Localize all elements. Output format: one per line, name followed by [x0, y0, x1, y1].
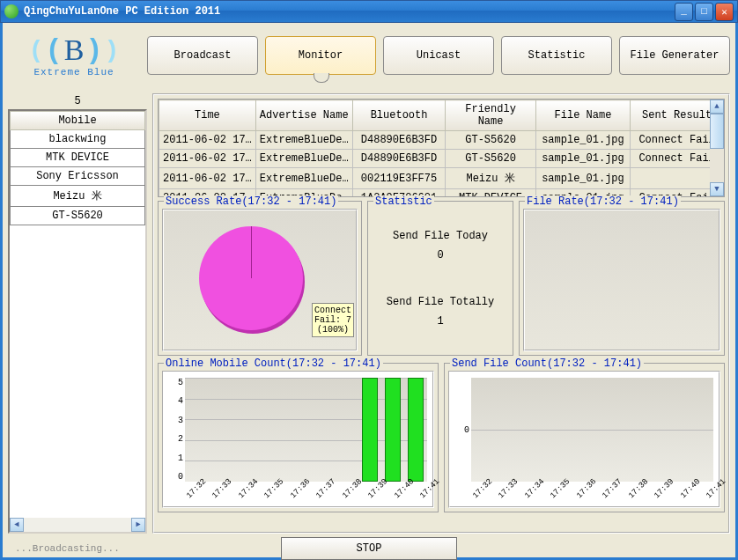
col-time[interactable]: Time — [159, 100, 256, 131]
table-row[interactable]: 2011-06-02 17…ExtremeBlueDe…D48890E6B3FD… — [159, 150, 724, 168]
send-total-label: Send File Totally — [372, 296, 509, 308]
logo: (( B )) Extreme Blue — [8, 33, 140, 77]
col-advertise-name[interactable]: Advertise Name — [255, 100, 352, 131]
horizontal-scrollbar[interactable]: ◄ ► — [10, 518, 145, 532]
tab-unicast[interactable]: Unicast — [383, 36, 494, 75]
maximize-button[interactable]: □ — [695, 3, 713, 21]
log-table[interactable]: Time Advertise Name Bluetooth Friendly N… — [158, 99, 725, 197]
minimize-button[interactable]: _ — [675, 3, 693, 21]
success-rate-panel: Success Rate(17:32 - 17:41) ConnectFail:… — [158, 201, 362, 356]
success-rate-chart: ConnectFail: 7(100%) — [162, 209, 358, 351]
col-bluetooth[interactable]: Bluetooth — [352, 100, 446, 131]
scroll-left-icon[interactable]: ◄ — [10, 518, 24, 532]
pie-label: ConnectFail: 7(100%) — [312, 303, 354, 337]
bar — [362, 378, 378, 482]
send-today-label: Send File Today — [372, 230, 509, 242]
pie-slice-connect-fail — [199, 226, 303, 330]
table-row[interactable]: 2011-06-02 17…ExtremeBlueDe…D48890E6B3FD… — [159, 131, 724, 150]
vertical-scrollbar[interactable]: ▲ ▼ — [710, 99, 724, 196]
list-item[interactable]: GT-S5620 — [10, 207, 145, 225]
logo-text: Extreme Blue — [33, 67, 114, 77]
scroll-right-icon[interactable]: ► — [131, 518, 145, 532]
table-row[interactable]: 2011-06-02 17…ExtremeBlueDe…002119E3FF75… — [159, 168, 724, 189]
titlebar[interactable]: QingChuYuLanOne PC Edition 2011 _ □ ✕ — [0, 0, 738, 23]
tab-file-generater[interactable]: File Generater — [619, 36, 730, 75]
list-item[interactable]: Sony Ericsson — [10, 167, 145, 186]
tab-broadcast[interactable]: Broadcast — [147, 36, 258, 75]
stop-button[interactable]: STOP — [281, 537, 457, 560]
mobile-list[interactable]: Mobile blackwing MTK DEVICE Sony Ericsso… — [8, 109, 147, 534]
tab-statistic[interactable]: Statistic — [501, 36, 612, 75]
bar — [408, 378, 424, 482]
list-item[interactable]: blackwing — [10, 130, 145, 149]
file-rate-panel: File Rate(17:32 - 17:41) — [519, 201, 725, 356]
mobile-list-header[interactable]: Mobile — [10, 111, 145, 130]
scroll-thumb[interactable] — [710, 114, 724, 149]
send-total-value: 1 — [372, 315, 509, 328]
scroll-down-icon[interactable]: ▼ — [710, 182, 724, 196]
send-file-count-panel: Send File Count(17:32 - 17:41) 0 17:3217… — [444, 363, 725, 512]
online-mobile-count-panel: Online Mobile Count(17:32 - 17:41) 54321… — [158, 363, 439, 512]
window-title: QingChuYuLanOne PC Edition 2011 — [24, 5, 673, 18]
tab-monitor[interactable]: Monitor — [265, 36, 376, 75]
statistic-panel: Statistic Send File Today 0 Send File To… — [367, 201, 513, 356]
status-text: ...Broadcasting... — [8, 543, 166, 554]
col-file-name[interactable]: File Name — [535, 100, 630, 131]
scroll-up-icon[interactable]: ▲ — [710, 99, 724, 114]
send-today-value: 0 — [372, 249, 509, 262]
mobile-count: 5 — [8, 93, 147, 109]
send-file-count-chart: 0 17:3217:3317:3417:3517:3617:3717:3817:… — [448, 371, 720, 508]
close-button[interactable]: ✕ — [715, 3, 734, 21]
col-friendly-name[interactable]: Friendly Name — [446, 100, 535, 131]
list-item[interactable]: Meizu 米 — [10, 186, 145, 207]
list-item[interactable]: MTK DEVICE — [10, 149, 145, 167]
online-mobile-count-chart: 543210 — [162, 371, 434, 508]
bar — [385, 378, 401, 482]
app-icon — [4, 4, 18, 18]
file-rate-chart — [523, 209, 720, 351]
